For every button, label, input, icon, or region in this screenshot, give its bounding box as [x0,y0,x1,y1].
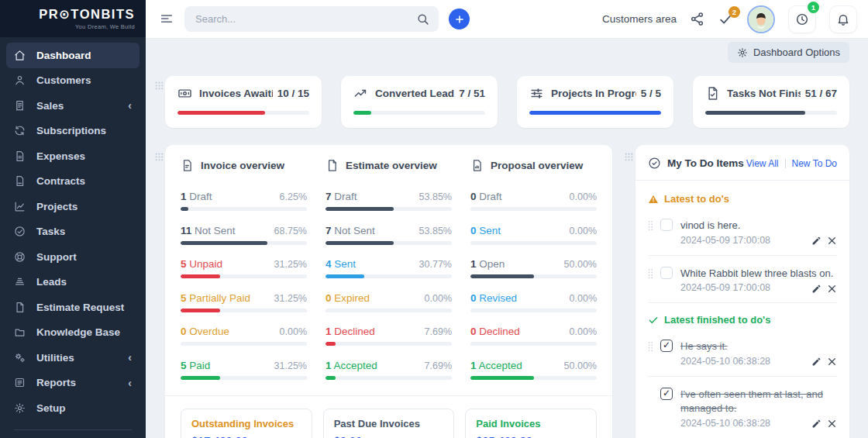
stat-card-invoices-awaiting[interactable]: Invoices Awaiting ... 10 / 15 [165,76,322,128]
overview-stat-row[interactable]: 11 Not Sent68.75% [181,225,307,245]
progress-track [326,376,452,380]
overview-stat-row[interactable]: 4 Sent30.77% [326,258,452,278]
overview-stat-row[interactable]: 1 Accepted50.00% [470,360,597,380]
sidebar-item-reports[interactable]: Reports ‹ [6,371,140,396]
todo-date: 2024-05-09 17:00:08 [680,235,770,246]
view-all-link[interactable]: View All [746,158,779,169]
todo-body: Latest to do's vinod is here. 2024-05-09… [636,181,849,438]
paid-invoices-box[interactable]: Paid Invoices $25,403.80 [465,409,597,438]
overview-stat-row[interactable]: 7 Not Sent53.85% [326,225,452,245]
contract-icon [14,175,26,188]
delete-x-icon[interactable] [827,418,837,428]
todo-checkbox[interactable] [660,267,673,279]
drag-handle-icon[interactable] [648,341,654,355]
sidebar-item-tasks[interactable]: Tasks [6,219,140,245]
sidebar-item-label: Leads [36,276,67,288]
sidebar-item-sales[interactable]: Sales ‹ [6,93,140,119]
quick-add-button[interactable] [449,9,470,29]
chevron-left-icon: ‹ [128,99,132,112]
estimate-overview-column: Estimate overview 7 Draft53.85% 7 Not Se… [326,159,452,393]
overview-stat-row[interactable]: 1 Open50.00% [470,258,597,278]
progress-track [470,207,597,211]
todo-checkbox[interactable] [660,219,673,231]
new-todo-link[interactable]: New To Do [792,158,837,169]
search-box [184,6,439,32]
overview-stat-row[interactable]: 1 Draft6.25% [181,191,307,211]
sidebar-item-subscriptions[interactable]: Subscriptions [6,119,140,144]
stat-percent: 53.85% [419,226,452,236]
delete-x-icon[interactable] [827,283,837,293]
stat-label: Converted Leads [375,88,454,99]
drag-handle-icon[interactable] [155,79,164,93]
overview-stat-row[interactable]: 1 Accepted7.69% [326,360,452,380]
overview-stat-row[interactable]: 7 Draft53.85% [326,191,452,211]
drag-handle-icon[interactable] [648,268,654,282]
stat-count: 0 [470,191,477,202]
brand-logo[interactable]: PR⊙TONBITS You Dream, We Build [0,0,146,37]
stat-card-tasks-not-finished[interactable]: Tasks Not Finish... 51 / 67 [693,76,849,128]
search-icon[interactable] [416,12,429,26]
proposal-overview-column: Proposal overview 0 Draft0.00% 0 Sent0.0… [470,159,597,393]
edit-pencil-icon[interactable] [811,235,822,245]
dashboard-options-button[interactable]: Dashboard Options [728,42,849,63]
edit-pencil-icon[interactable] [811,356,822,366]
progress-fill [326,241,394,245]
edit-pencil-icon[interactable] [811,418,822,428]
overview-stat-row[interactable]: 0 Sent0.00% [470,225,597,245]
outstanding-invoices-box[interactable]: Outstanding Invoices $17,460.00 [181,409,312,438]
overview-stat-row[interactable]: 0 Draft0.00% [470,191,597,211]
sidebar-item-contracts[interactable]: Contracts [6,169,140,195]
approvals-check-icon[interactable]: 2 [718,12,734,27]
overview-stat-row[interactable]: 0 Revised0.00% [470,292,597,312]
customers-area-link[interactable]: Customers area [602,13,677,25]
sidebar-item-setup[interactable]: Setup [6,395,140,421]
sidebar-item-label: Expenses [36,150,85,162]
delete-x-icon[interactable] [827,235,837,245]
overview-stat-row[interactable]: 5 Paid31.25% [181,360,307,380]
todo-checkbox-checked[interactable] [660,388,673,400]
overview-stat-row[interactable]: 5 Unpaid31.25% [181,258,307,278]
overview-stat-row[interactable]: 1 Declined7.69% [326,326,452,346]
dashboard-content: Dashboard Options Invoices Awaiting ... … [146,39,868,438]
drag-handle-icon[interactable] [648,220,654,234]
sidebar-item-estimate-request[interactable]: Estimate Request [6,295,140,320]
progress-fill [326,342,336,346]
delete-x-icon[interactable] [827,356,837,366]
edit-pencil-icon[interactable] [811,283,822,293]
user-avatar[interactable] [747,5,775,33]
stat-percent: 0.00% [570,226,597,236]
past-due-invoices-box[interactable]: Past Due Invoices $0.00 [323,409,455,438]
sidebar-item-customers[interactable]: Customers [6,68,140,94]
search-input[interactable] [184,6,439,32]
overview-row: Invoice overview 1 Draft6.25% 11 Not Sen… [165,145,849,438]
sidebar-item-utilities[interactable]: Utilities ‹ [6,345,140,371]
stat-percent: 53.85% [419,191,452,202]
share-icon[interactable] [690,12,705,27]
drag-handle-icon[interactable] [625,150,633,164]
overview-stat-row[interactable]: 0 Declined0.00% [470,326,597,346]
todo-text: I've often seen them at last, and manage… [680,388,823,415]
sidebar-item-support[interactable]: Support [6,244,140,270]
sidebar-item-expenses[interactable]: Expenses [6,143,140,169]
sidebar-item-projects[interactable]: Projects [6,194,140,219]
menu-toggle-icon[interactable] [160,12,175,27]
summary-title: Paid Invoices [476,418,586,429]
stat-card-converted-leads[interactable]: Converted Leads 7 / 51 [341,76,498,128]
overview-stat-row[interactable]: 0 Overdue0.00% [181,326,307,346]
stat-count: 1 [326,326,332,337]
topbar: Customers area 2 1 [146,0,868,39]
todo-checkbox-checked[interactable] [660,340,673,352]
stat-card-projects-in-progress[interactable]: Projects In Progress 5 / 5 [517,76,673,128]
sidebar-divider [14,429,132,430]
sidebar-item-leads[interactable]: Leads [6,270,140,295]
overview-stat-row[interactable]: 5 Partially Paid31.25% [181,292,307,312]
sidebar-item-seo-optimization[interactable]: SEO Optimization [6,435,140,438]
drag-handle-icon[interactable] [155,150,164,164]
sidebar-item-dashboard[interactable]: Dashboard [6,43,140,68]
overview-stat-row[interactable]: 0 Expired0.00% [326,292,452,312]
sidebar-item-knowledge-base[interactable]: Knowledge Base [6,320,140,346]
timer-clock-icon[interactable]: 1 [788,5,816,33]
stat-name: Accepted [479,360,522,371]
trending-up-icon [353,86,368,101]
notifications-bell-icon[interactable] [829,5,857,33]
